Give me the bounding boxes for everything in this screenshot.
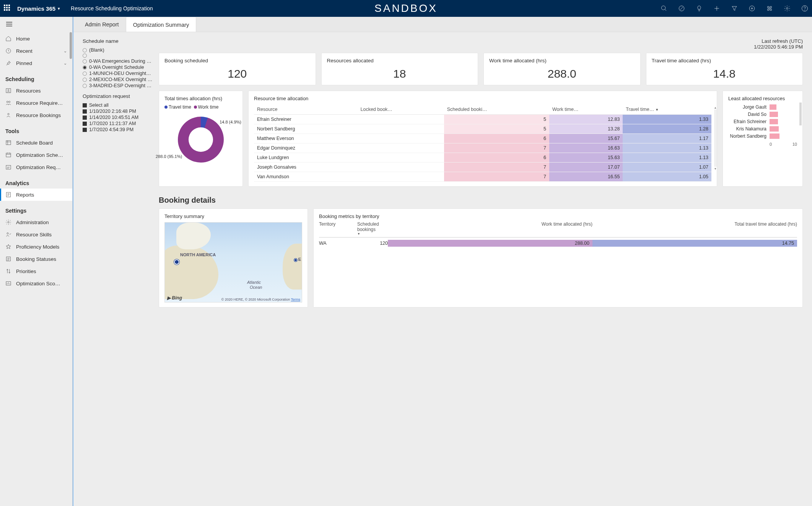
schedule-option-5[interactable]: 2-MEXICO-MEX Overnight … xyxy=(83,76,153,83)
plus-icon[interactable] xyxy=(713,5,720,12)
kpi-card-0: Booking scheduled120 xyxy=(159,53,316,85)
alloc-row[interactable]: Joseph Gonsalves 7 17.07 1.07 xyxy=(254,163,711,172)
topbar-right-icons xyxy=(661,5,808,12)
metrics-th-territory[interactable]: Territory xyxy=(319,221,357,236)
add-circle-icon[interactable] xyxy=(749,5,755,12)
help-icon[interactable] xyxy=(801,5,808,12)
schedule-option-1[interactable] xyxy=(83,53,153,58)
least-row-0[interactable]: Jorge Gault xyxy=(728,104,797,110)
gear-icon[interactable] xyxy=(784,5,791,12)
nav-item-administration[interactable]: Administration xyxy=(0,216,72,228)
legend-work-dot xyxy=(194,106,197,109)
donut-chart[interactable] xyxy=(178,117,224,163)
nav-item-resource-bookings[interactable]: Resource Bookings xyxy=(0,109,72,121)
svg-point-18 xyxy=(7,101,8,103)
app-name[interactable]: Dynamics 365 xyxy=(17,5,55,12)
nav-item-priorities[interactable]: Priorities xyxy=(0,265,72,277)
nav-item-proficiency-models[interactable]: Proficiency Models xyxy=(0,241,72,253)
nav-toggle-button[interactable] xyxy=(0,17,72,33)
checkbox-icon xyxy=(83,122,87,126)
alloc-row[interactable]: Norbert Sandberg 5 13.28 1.28 xyxy=(254,124,711,134)
schedule-filter-title: Schedule name xyxy=(83,38,153,44)
svg-line-3 xyxy=(680,7,683,10)
puzzle-icon[interactable] xyxy=(766,5,773,12)
alloc-th-locked[interactable]: Locked book… xyxy=(357,104,444,115)
least-row-1[interactable]: David So xyxy=(728,112,797,117)
nav-item-pinned[interactable]: Pinned⌄ xyxy=(0,57,72,69)
svg-point-31 xyxy=(7,233,8,234)
request-filter-title: Optimization request xyxy=(83,93,153,99)
donut-label-travel: 14.8 (4.9%) xyxy=(220,120,241,124)
alloc-scrollbar[interactable]: ▴▾ xyxy=(714,106,717,171)
checkbox-icon xyxy=(83,116,87,120)
target-icon[interactable] xyxy=(678,5,685,12)
kpi-card-3: Travel time allocated (hrs)14.8 xyxy=(646,53,803,85)
schedule-option-0[interactable]: (Blank) xyxy=(83,47,153,53)
svg-point-9 xyxy=(786,8,788,10)
bar-icon xyxy=(770,112,778,117)
least-row-2[interactable]: Efrain Schreiner xyxy=(728,119,797,124)
nav-item-resource-require-[interactable]: Resource Require… xyxy=(0,97,72,109)
filter-icon[interactable] xyxy=(731,5,738,12)
request-option-0[interactable]: Select all xyxy=(83,102,153,108)
nav-item-resource-skills[interactable]: Resource Skills xyxy=(0,228,72,241)
tabs-bar: Admin Report Optimization Summary xyxy=(73,17,812,32)
bar-icon xyxy=(770,104,776,110)
schedule-option-6[interactable]: 3-MADRID-ESP Overnight … xyxy=(83,83,153,89)
alloc-th-travel[interactable]: Travel time…▼ xyxy=(623,104,711,115)
nav-item-schedule-board[interactable]: Schedule Board xyxy=(0,137,72,149)
nav-section-analytics: Analytics xyxy=(0,173,72,189)
metrics-th-work[interactable]: Work time allocated (hrs) xyxy=(388,221,592,236)
chevron-down-icon[interactable]: ▾ xyxy=(58,6,60,11)
metrics-work-bar: 288.00 xyxy=(388,240,592,247)
alloc-row[interactable]: Efrain Schreiner 5 12.83 1.33 xyxy=(254,115,711,124)
kpi-card-2: Work time allocated (hrs)288.0 xyxy=(483,53,641,85)
metrics-th-bookings[interactable]: Scheduled bookings▼ xyxy=(357,221,388,236)
kpi-card-1: Resources allocated18 xyxy=(321,53,478,85)
alloc-row[interactable]: Luke Lundgren 6 15.63 1.13 xyxy=(254,153,711,163)
svg-rect-24 xyxy=(6,153,11,157)
alloc-row[interactable]: Matthew Everson 6 15.67 1.17 xyxy=(254,134,711,143)
alloc-th-resource[interactable]: Resource xyxy=(254,104,357,115)
least-row-4[interactable]: Norbert Sandberg xyxy=(728,133,797,139)
svg-rect-21 xyxy=(6,141,11,145)
nav-item-optimization-req-[interactable]: Optimization Req… xyxy=(0,161,72,173)
nav-section-tools: Tools xyxy=(0,121,72,137)
nav-item-booking-statuses[interactable]: Booking Statuses xyxy=(0,253,72,265)
svg-point-11 xyxy=(805,10,805,10)
tab-optimization-summary[interactable]: Optimization Summary xyxy=(126,17,197,32)
alloc-th-work[interactable]: Work time… xyxy=(549,104,623,115)
least-scrollbar[interactable] xyxy=(799,103,802,125)
alloc-th-scheduled[interactable]: Scheduled booki… xyxy=(444,104,549,115)
schedule-option-3[interactable]: 0-WA Overnight Schedule xyxy=(83,64,153,70)
search-icon[interactable] xyxy=(661,5,667,12)
tab-admin-report[interactable]: Admin Report xyxy=(78,17,126,32)
request-option-3[interactable]: 1/7/2020 11:21:37 AM xyxy=(83,120,153,127)
radio-icon xyxy=(83,48,87,52)
last-refresh-label: Last refresh (UTC) xyxy=(159,38,803,44)
schedule-option-4[interactable]: 1-MUNICH-DEU Overnight… xyxy=(83,70,153,76)
nav-scrollbar[interactable] xyxy=(70,32,72,59)
request-option-4[interactable]: 1/7/2020 4:54:39 PM xyxy=(83,127,153,133)
request-option-2[interactable]: 1/14/2020 10:45:51 AM xyxy=(83,114,153,120)
nav-item-optimization-sche-[interactable]: Optimization Sche… xyxy=(0,149,72,161)
territory-title: Territory summary xyxy=(164,213,302,219)
map-terms-link[interactable]: Terms xyxy=(291,298,301,301)
alloc-row[interactable]: Van Amundson 7 16.55 1.05 xyxy=(254,172,711,182)
metrics-th-travel[interactable]: Total travel time allocated (hrs) xyxy=(592,221,797,236)
schedule-option-2[interactable]: 0-WA Emergencies During … xyxy=(83,58,153,64)
nav-item-optimization-sco-[interactable]: Optimization Sco… xyxy=(0,277,72,290)
nav-item-resources[interactable]: Resources xyxy=(0,85,72,97)
nav-item-recent[interactable]: Recent⌄ xyxy=(0,45,72,57)
nav-item-reports[interactable]: Reports xyxy=(0,189,72,201)
map-pin-wa[interactable] xyxy=(174,259,179,265)
last-refresh-value: 1/22/2020 5:46:19 PM xyxy=(159,44,803,50)
request-option-1[interactable]: 1/10/2020 2:16:48 PM xyxy=(83,108,153,114)
nav-item-home[interactable]: Home xyxy=(0,33,72,45)
territory-map[interactable]: NORTH AMERICA Atlantic Ocean E ▶ Bing © … xyxy=(164,222,302,303)
app-launcher-icon[interactable] xyxy=(4,5,11,12)
map-pin-eu[interactable] xyxy=(294,259,297,262)
least-row-3[interactable]: Kris Nakamura xyxy=(728,126,797,132)
alloc-row[interactable]: Edgar Dominquez 7 16.63 1.13 xyxy=(254,143,711,153)
lightbulb-icon[interactable] xyxy=(696,5,703,12)
